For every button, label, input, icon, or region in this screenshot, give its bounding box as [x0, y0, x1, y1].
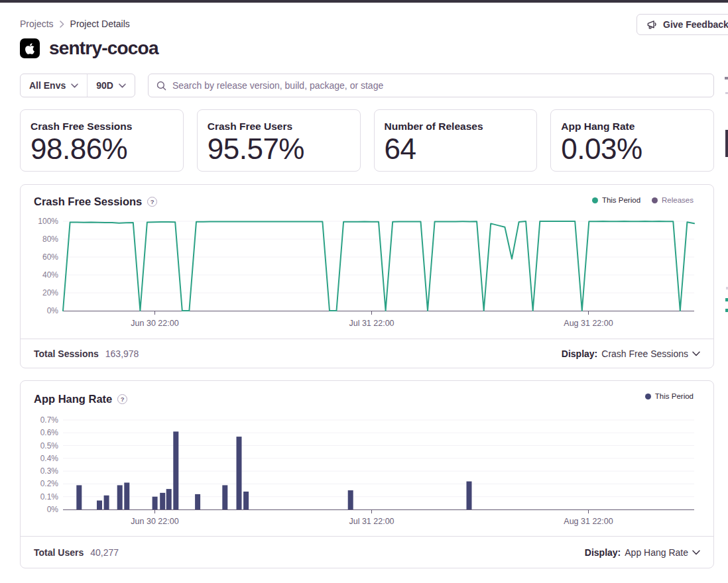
stat-card-crash-free-users: Crash Free Users 95.57%	[197, 109, 361, 172]
bar	[222, 485, 227, 509]
give-feedback-label: Give Feedback	[663, 19, 728, 30]
stats-row: Crash Free Sessions 98.86% Crash Free Us…	[20, 109, 714, 172]
stat-card-value: 64	[385, 134, 527, 164]
project-details-page: { "page": { "breadcrumb": { "root": "Pro…	[0, 0, 728, 583]
app-hang-rate-panel: 0%0.1%0.2%0.3%0.4%0.5%0.6%0.7%Jun 30 22:…	[20, 380, 714, 568]
release-search-input[interactable]	[172, 80, 705, 91]
chart-legend: This Period Releases	[592, 196, 694, 204]
page-title: sentry-cocoa	[49, 38, 158, 59]
display-selector[interactable]: Display: App Hang Rate	[585, 547, 700, 558]
apple-platform-icon	[20, 38, 40, 58]
panel-footer: Total Users 40,277 Display: App Hang Rat…	[21, 536, 713, 568]
top-accent-bar	[0, 0, 728, 3]
stat-card-label: Crash Free Sessions	[30, 120, 173, 133]
y-axis-label: 40%	[42, 270, 58, 280]
breadcrumb-projects-link[interactable]: Projects	[20, 19, 54, 29]
chevron-down-icon	[692, 351, 700, 356]
bar	[348, 490, 353, 509]
give-feedback-button[interactable]: Give Feedback	[637, 14, 728, 35]
panel-header: Crash Free Sessions ?	[34, 195, 157, 208]
cutoff-sidebar-sliver	[725, 77, 728, 80]
panel-header: App Hang Rate ?	[34, 393, 127, 405]
bar	[152, 497, 158, 509]
x-axis-label: Aug 31 22:00	[564, 517, 613, 526]
y-axis-label: 100%	[38, 217, 58, 226]
chart-total: Total Users 40,277	[34, 547, 119, 558]
chevron-down-icon	[71, 83, 78, 88]
stat-card-crash-free-sessions: Crash Free Sessions 98.86%	[20, 109, 184, 172]
legend-dot	[592, 197, 598, 203]
y-axis-label: 0.7%	[40, 415, 59, 425]
bar	[104, 496, 109, 509]
megaphone-icon	[646, 19, 658, 30]
stat-card-label: App Hang Rate	[561, 120, 703, 133]
bar	[237, 437, 242, 509]
panel-footer: Total Sessions 163,978 Display: Crash Fr…	[21, 339, 713, 368]
legend-item-this-period[interactable]: This Period	[592, 196, 640, 204]
date-range-selector[interactable]: 90D	[88, 74, 135, 97]
y-axis-label: 60%	[42, 252, 58, 262]
y-axis-label: 0.6%	[40, 428, 59, 437]
cutoff-sidebar-sliver	[725, 309, 728, 312]
breadcrumb: Projects Project Details	[20, 19, 130, 29]
x-axis-label: Jun 30 22:00	[131, 517, 178, 526]
x-axis-label: Jun 30 22:00	[131, 319, 178, 328]
search-icon	[156, 81, 166, 91]
breadcrumb-current: Project Details	[70, 19, 130, 29]
bar	[243, 492, 249, 509]
chart-total: Total Sessions 163,978	[34, 348, 139, 359]
series-line	[63, 221, 694, 311]
y-axis-label: 0.1%	[40, 492, 59, 502]
crash-free-sessions-panel: 0%20%40%60%80%100%Jun 30 22:00Jul 31 22:…	[20, 184, 714, 368]
stat-card-value: 0.03%	[561, 134, 703, 164]
bar	[76, 485, 82, 509]
y-axis-label: 0.4%	[40, 454, 59, 463]
legend-item-releases[interactable]: Releases	[652, 196, 694, 204]
y-axis-label: 0%	[47, 306, 59, 315]
environment-selector[interactable]: All Envs	[21, 74, 87, 97]
filter-bar: All Envs 90D	[20, 74, 714, 97]
date-range-selector-label: 90D	[96, 80, 113, 91]
stat-card-label: Number of Releases	[385, 120, 527, 133]
display-selector[interactable]: Display: Crash Free Sessions	[562, 348, 700, 359]
bar	[124, 483, 129, 510]
cutoff-sidebar-sliver	[725, 130, 728, 157]
legend-dot	[652, 197, 658, 203]
chevron-right-icon	[60, 21, 64, 28]
environment-selector-label: All Envs	[29, 80, 66, 91]
cutoff-sidebar-sliver	[725, 298, 728, 301]
bar	[166, 489, 172, 509]
stat-card-value: 95.57%	[208, 134, 350, 164]
bar	[160, 493, 165, 509]
bar	[467, 482, 472, 509]
stat-card-value: 98.86%	[30, 134, 173, 164]
legend-dot	[645, 394, 651, 399]
chart-legend: This Period	[645, 392, 694, 400]
x-axis-label: Aug 31 22:00	[564, 319, 613, 328]
y-axis-label: 0%	[47, 505, 59, 514]
y-axis-label: 0.5%	[40, 441, 59, 450]
legend-item-this-period[interactable]: This Period	[645, 392, 694, 400]
stat-card-app-hang-rate: App Hang Rate 0.03%	[550, 109, 714, 172]
panel-title: App Hang Rate	[34, 393, 112, 405]
stat-card-number-of-releases: Number of Releases 64	[374, 109, 538, 172]
cutoff-sidebar-sliver	[725, 92, 728, 94]
bar	[97, 501, 102, 510]
bar	[173, 431, 178, 509]
project-title-row: sentry-cocoa	[20, 38, 158, 59]
chevron-down-icon	[119, 83, 126, 88]
panel-title: Crash Free Sessions	[34, 195, 142, 208]
help-icon[interactable]: ?	[147, 197, 157, 207]
bar	[117, 485, 123, 509]
help-icon[interactable]: ?	[117, 394, 127, 404]
chevron-down-icon	[692, 550, 700, 555]
stat-card-label: Crash Free Users	[208, 120, 350, 133]
y-axis-label: 0.2%	[40, 479, 59, 488]
release-search-box	[148, 74, 714, 97]
x-axis-label: Jul 31 22:00	[349, 517, 394, 526]
bar	[195, 494, 200, 509]
page-filter-group: All Envs 90D	[20, 74, 135, 97]
y-axis-label: 20%	[42, 288, 58, 297]
y-axis-label: 0.3%	[40, 466, 59, 476]
y-axis-label: 80%	[42, 235, 58, 244]
